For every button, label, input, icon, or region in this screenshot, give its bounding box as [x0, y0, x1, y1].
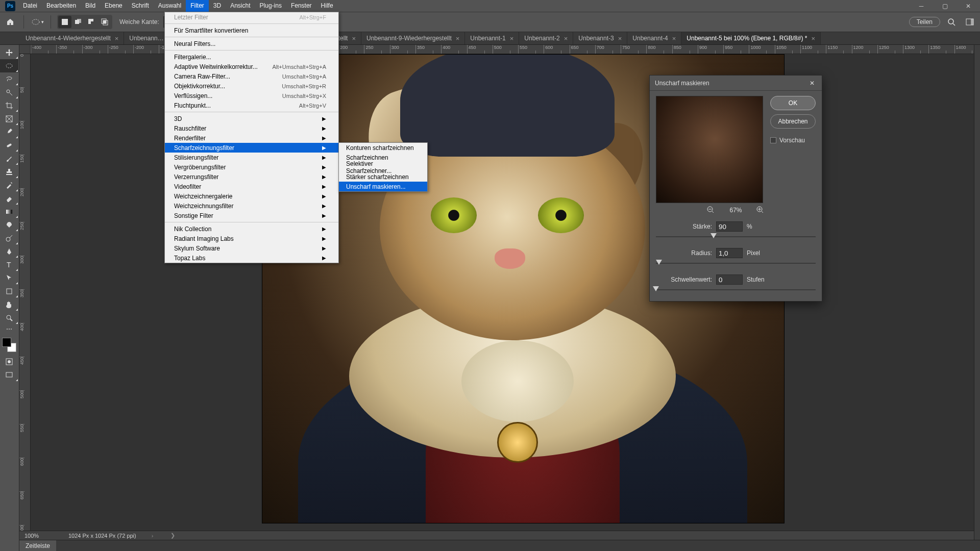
zoom-tool-icon[interactable] — [0, 311, 18, 324]
tool-preset-ellipse-icon[interactable]: ▾ — [30, 15, 44, 29]
dialog-titlebar[interactable]: Unscharf maskieren ✕ — [650, 76, 822, 91]
document-tab[interactable]: Unbenannt-3× — [573, 32, 627, 44]
close-icon[interactable]: × — [672, 35, 676, 42]
shape-tool-icon[interactable] — [0, 285, 18, 298]
move-tool-icon[interactable] — [0, 46, 18, 59]
dialog-preview-image[interactable] — [656, 96, 763, 203]
status-chevron-icon[interactable]: ❯ — [170, 532, 175, 539]
menu-item[interactable]: Adaptive Weitwinkelkorrektur...Alt+Umsch… — [165, 62, 338, 71]
menu-item[interactable]: Fluchtpunkt...Alt+Strg+V — [165, 101, 338, 110]
dialog-close-icon[interactable]: ✕ — [807, 79, 817, 88]
history-brush-tool-icon[interactable] — [0, 179, 18, 192]
menu-3d[interactable]: 3D — [209, 0, 226, 12]
submenu-item[interactable]: Selektiver Scharfzeichner... — [339, 162, 427, 172]
gradient-tool-icon[interactable] — [0, 205, 18, 218]
right-dock-collapsed[interactable] — [974, 45, 980, 540]
share-button[interactable]: Teilen — [909, 17, 940, 27]
menu-auswahl[interactable]: Auswahl — [154, 0, 186, 12]
crop-tool-icon[interactable] — [0, 99, 18, 112]
selection-subtract-icon[interactable] — [85, 16, 98, 28]
lasso-tool-icon[interactable] — [0, 72, 18, 86]
menu-schrift[interactable]: Schrift — [127, 0, 154, 12]
bucket-tool-icon[interactable] — [0, 218, 18, 232]
menu-item-submenu[interactable]: 3D▶ — [165, 114, 338, 123]
close-icon[interactable]: × — [456, 35, 460, 42]
selection-new-icon[interactable] — [58, 16, 71, 28]
document-tab[interactable]: Unbenannt-9-Wiederhergestellt× — [361, 32, 465, 44]
fg-bg-swatches[interactable] — [0, 337, 18, 355]
eraser-tool-icon[interactable] — [0, 192, 18, 205]
heal-tool-icon[interactable] — [0, 139, 18, 152]
menu-item-submenu[interactable]: Radiant Imaging Labs▶ — [165, 234, 338, 243]
stamp-tool-icon[interactable] — [0, 165, 18, 179]
close-icon[interactable]: × — [352, 35, 356, 42]
menu-item[interactable]: Filtergalerie... — [165, 52, 338, 62]
fg-color-swatch[interactable] — [2, 338, 11, 347]
threshold-input[interactable] — [716, 274, 743, 285]
menu-filter[interactable]: Filter — [186, 0, 209, 12]
pen-tool-icon[interactable] — [0, 245, 18, 258]
menu-item-submenu[interactable]: Topaz Labs▶ — [165, 253, 338, 263]
close-icon[interactable]: × — [564, 35, 568, 42]
timeline-tab[interactable]: Zeitleiste — [19, 540, 56, 551]
submenu-item[interactable]: Konturen scharfzeichnen — [339, 143, 427, 153]
marquee-tool-icon[interactable] — [0, 59, 18, 72]
menu-item-submenu[interactable]: Sonstige Filter▶ — [165, 211, 338, 220]
close-icon[interactable]: × — [510, 35, 514, 42]
menu-item-submenu[interactable]: Weichzeichnergalerie▶ — [165, 191, 338, 201]
home-icon[interactable] — [3, 15, 17, 29]
document-tab[interactable]: Unbenannt-1× — [465, 32, 519, 44]
status-zoom[interactable]: 100% — [24, 533, 55, 539]
menu-ebene[interactable]: Ebene — [100, 0, 127, 12]
menu-item-submenu[interactable]: Weichzeichnungsfilter▶ — [165, 201, 338, 211]
canvas-area[interactable]: -400-350-300-250-200-150-100-50050100150… — [19, 45, 980, 551]
menu-item-submenu[interactable]: Renderfilter▶ — [165, 133, 338, 143]
menu-item-submenu[interactable]: Nik Collection▶ — [165, 224, 338, 234]
status-arrow-icon[interactable]: › — [152, 533, 154, 539]
window-maximize[interactable]: ▢ — [933, 0, 957, 12]
document-tab[interactable]: Unbenannt-4-Wiederhergestellt× — [20, 32, 124, 44]
path-select-tool-icon[interactable] — [0, 271, 18, 285]
quick-select-tool-icon[interactable] — [0, 86, 18, 99]
menu-bild[interactable]: Bild — [81, 0, 100, 12]
menu-item-submenu[interactable]: Rauschfilter▶ — [165, 123, 338, 133]
submenu-item[interactable]: Unscharf maskieren... — [339, 182, 427, 191]
radius-slider[interactable] — [656, 259, 816, 267]
brush-tool-icon[interactable] — [0, 152, 18, 165]
eyedropper-tool-icon[interactable] — [0, 126, 18, 139]
threshold-slider[interactable] — [656, 286, 816, 294]
workspace-icon[interactable] — [963, 15, 977, 29]
quickmask-icon[interactable] — [0, 355, 18, 368]
menu-datei[interactable]: Datei — [18, 0, 42, 12]
close-icon[interactable]: × — [811, 35, 815, 42]
window-close[interactable]: ✕ — [957, 0, 980, 12]
menu-neural[interactable]: Neural Filters... — [165, 39, 338, 48]
selection-add-icon[interactable] — [71, 16, 85, 28]
preview-checkbox[interactable]: Vorschau — [770, 137, 816, 144]
dodge-tool-icon[interactable] — [0, 232, 18, 245]
menu-item[interactable]: Camera Raw-Filter...Umschalt+Strg+A — [165, 71, 338, 81]
document-tab[interactable]: Unbenannt-5 bei 100% (Ebene 1, RGB/8#) *… — [681, 32, 821, 44]
menu-item-submenu[interactable]: Vergröberungsfilter▶ — [165, 162, 338, 172]
menu-item-submenu[interactable]: Stilisierungsfilter▶ — [165, 153, 338, 162]
menu-fenster[interactable]: Fenster — [286, 0, 316, 12]
frame-tool-icon[interactable] — [0, 112, 18, 126]
menu-item[interactable]: Verflüssigen...Umschalt+Strg+X — [165, 91, 338, 101]
zoom-out-icon[interactable] — [707, 206, 715, 214]
menu-bearbeiten[interactable]: Bearbeiten — [42, 0, 81, 12]
menu-item-submenu[interactable]: Verzerrungsfilter▶ — [165, 172, 338, 182]
type-tool-icon[interactable]: T — [0, 258, 18, 271]
menu-item-submenu[interactable]: Skylum Software▶ — [165, 243, 338, 253]
menu-plugins[interactable]: Plug-ins — [255, 0, 286, 12]
document-tab[interactable]: Unbenannt-2× — [519, 32, 573, 44]
hand-tool-icon[interactable] — [0, 298, 18, 311]
screenmode-icon[interactable] — [0, 368, 18, 382]
radius-input[interactable] — [716, 248, 743, 258]
amount-input[interactable] — [716, 221, 743, 232]
amount-slider[interactable] — [656, 233, 816, 241]
close-icon[interactable]: × — [618, 35, 622, 42]
close-icon[interactable]: × — [115, 35, 119, 42]
menu-item[interactable]: Objektivkorrektur...Umschalt+Strg+R — [165, 81, 338, 91]
menu-smartfilter[interactable]: Für Smartfilter konvertieren — [165, 26, 338, 35]
menu-item-submenu[interactable]: Videofilter▶ — [165, 182, 338, 191]
